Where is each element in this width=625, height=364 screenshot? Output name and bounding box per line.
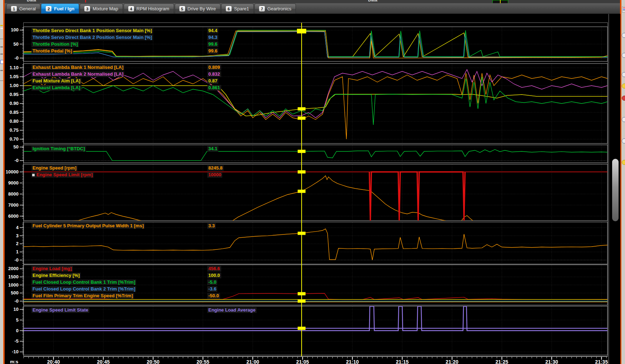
channel-label[interactable]: Engine Speed Limit [rpm] (31, 172, 94, 178)
channel-cursor-value: 34.1 (207, 146, 218, 152)
cursor-value-handle[interactable] (297, 29, 306, 34)
y-tick-label: 10000 (6, 169, 19, 175)
y-tick-label: 0 (16, 328, 19, 333)
channel-label[interactable]: Ignition Timing [°BTDC] (31, 146, 86, 152)
x-tick-label: 20:40 (47, 359, 60, 364)
x-tick-label: 21:10 (346, 359, 359, 364)
channel-cursor-value: 0.87 (207, 78, 218, 84)
channel-cursor-value: 94.3 (207, 35, 218, 40)
y-tick-label: 100 (11, 27, 19, 32)
y-tick-label: 1.05 (10, 74, 19, 79)
x-tick-label: 20:45 (97, 359, 110, 364)
channel-label[interactable]: Engine Load [mg] (31, 266, 73, 272)
y-tick-label: -0 (14, 55, 19, 61)
channel-label[interactable]: Fuel Cylinder 5 Primary Output Pulse Wid… (31, 223, 145, 229)
chart-panel-ignition[interactable]: 50-0 (14, 144, 607, 163)
channel-label[interactable]: Exhaust Lambda Bank 2 Normalised [LA] (31, 71, 124, 77)
toolbar-circle-icon-red[interactable] (622, 96, 625, 101)
cursor-value-handle[interactable] (298, 299, 306, 303)
channel-label[interactable]: Throttle Servo Direct Bank 1 Position Se… (31, 28, 153, 34)
y-tick-label: 2 (16, 241, 19, 246)
y-tick-label: 0.70 (10, 136, 19, 142)
time-axis (24, 357, 607, 360)
channel-label[interactable]: Fuel Closed Loop Control Bank 1 Trim [%T… (31, 279, 136, 285)
x-tick-label: 21:25 (496, 359, 509, 364)
channel-label[interactable]: Fuel Mixture Aim [LA] (31, 78, 81, 84)
y-tick-label: 0.90 (10, 101, 19, 106)
channel-cursor-value: 99.6 (207, 41, 218, 47)
cursor-value-handle[interactable] (298, 232, 306, 235)
y-tick-label: 9000 (8, 180, 19, 186)
channel-label[interactable]: Fuel Closed Loop Control Bank 2 Trim [%T… (31, 286, 136, 292)
channel-cursor-value: 3.3 (207, 223, 216, 229)
y-tick-label: 10 (14, 307, 19, 312)
channel-label[interactable]: Exhaust Lambda [LA] (31, 85, 81, 91)
toolbar-circle-icon[interactable] (622, 33, 625, 38)
motec-i2-data-window: { "window": { "caption_left": "Data", "c… (0, 0, 625, 364)
toolbar-circle-icon[interactable] (622, 53, 625, 58)
chart-panel-limit-state[interactable]: 1050-5-10 (12, 306, 607, 355)
channel-label[interactable]: Throttle Position [%] (31, 41, 79, 47)
toolbar-circle-icon[interactable] (622, 138, 625, 143)
channel-label[interactable]: Throttle Pedal [%] (31, 48, 73, 54)
cursor-value-handle[interactable] (298, 327, 306, 330)
y-tick-label: -0 (14, 257, 19, 263)
y-tick-label: 4 (16, 225, 19, 230)
chart-panel-engine-speed[interactable]: 100009000800070006000 (6, 164, 607, 223)
channel-cursor-value: 94.4 (207, 28, 218, 34)
x-tick-label: 21:30 (545, 359, 558, 364)
cursor-value-handle[interactable] (298, 107, 306, 111)
channel-cursor-value: 8245.8 (207, 165, 224, 171)
channel-label[interactable]: Engine Speed [rpm] (31, 165, 78, 171)
y-tick-label: 1.00 (10, 83, 19, 88)
channel-cursor-value: 10000 (207, 172, 222, 178)
x-tick-label: 21:05 (296, 359, 309, 364)
y-tick-label: 7000 (8, 202, 19, 208)
y-tick-label: 50 (14, 144, 19, 150)
toolbar-circle-icon[interactable] (622, 117, 625, 122)
channel-label[interactable]: Engine Speed Limit State (31, 307, 89, 313)
channel-label[interactable]: Exhaust Lambda Bank 1 Normalised [LA] (31, 65, 124, 70)
toolbar-circle-icon-yellow[interactable] (622, 84, 625, 89)
channel-label[interactable]: Engine Efficiency [%] (31, 273, 81, 278)
y-tick-label: -10 (12, 349, 19, 354)
channel-cursor-value: 0.861 (207, 85, 221, 91)
document-icon[interactable] (622, 6, 625, 12)
cursor-value-handle[interactable] (298, 190, 306, 193)
cursor-value-handle[interactable] (298, 170, 306, 173)
y-tick-label: 0.75 (10, 127, 19, 133)
x-axis-unit: m:s (10, 359, 18, 364)
panel-border (24, 164, 607, 221)
y-tick-label: -0 (14, 158, 19, 163)
vertical-scrollbar-thumb[interactable] (612, 159, 619, 221)
y-tick-label: 6000 (8, 213, 19, 219)
channel-label[interactable]: Fuel Film Primary Trim Engine Speed [%Tr… (31, 293, 134, 299)
channel-cursor-value: -3.6 (207, 286, 217, 292)
x-tick-label: 21:15 (396, 359, 409, 364)
x-tick-label: 21:35 (595, 359, 608, 364)
y-tick-label: 1000 (8, 282, 19, 288)
toolbar-circle-icon-yellow[interactable] (622, 160, 625, 165)
cursor-value-handle[interactable] (298, 150, 306, 153)
x-tick-label: 21:00 (246, 359, 259, 364)
x-tick-label: 20:50 (147, 359, 160, 364)
y-tick-label: 0.85 (10, 110, 19, 115)
channel-marker-icon (32, 174, 35, 176)
panel-border (24, 145, 607, 163)
x-tick-label: 21:20 (446, 359, 458, 364)
toolbar-circle-icon[interactable] (622, 72, 625, 77)
y-tick-label: 1.10 (10, 65, 19, 70)
cursor-value-handle[interactable] (298, 292, 306, 295)
y-tick-label: -0 (14, 298, 19, 304)
channel-cursor-value: 456.6 (207, 266, 221, 272)
channel-label[interactable]: Engine Load Average (207, 307, 257, 313)
y-tick-label: 5 (16, 317, 19, 323)
y-tick-label: -5 (14, 338, 19, 344)
channel-label[interactable]: Throttle Servo Direct Bank 2 Position Se… (31, 35, 153, 40)
y-tick-label: 500 (11, 290, 19, 295)
y-tick-label: 1 (16, 249, 19, 254)
chart-canvas[interactable]: 10050-01.101.051.000.950.900.850.800.750… (0, 0, 625, 364)
cursor-value-handle[interactable] (298, 117, 306, 120)
y-tick-label: 0.80 (10, 118, 19, 124)
channel-cursor-value: -5.0 (207, 279, 217, 285)
